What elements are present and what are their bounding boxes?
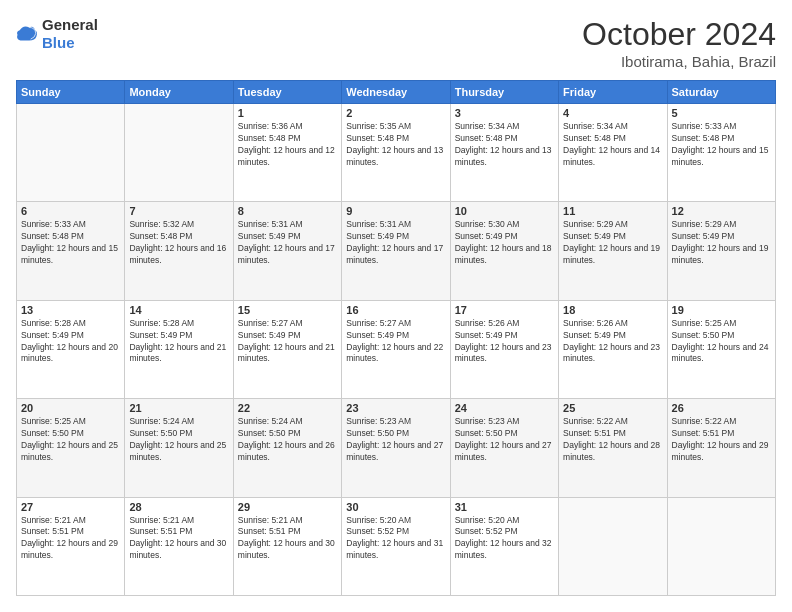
- calendar-header-row: SundayMondayTuesdayWednesdayThursdayFrid…: [17, 81, 776, 104]
- daylight: Daylight: 12 hours and 15 minutes.: [21, 243, 118, 265]
- day-detail: Sunrise: 5:32 AM Sunset: 5:48 PM Dayligh…: [129, 219, 228, 267]
- calendar-cell: 25 Sunrise: 5:22 AM Sunset: 5:51 PM Dayl…: [559, 399, 667, 497]
- sunset: Sunset: 5:50 PM: [672, 330, 735, 340]
- sunset: Sunset: 5:49 PM: [563, 231, 626, 241]
- month-title: October 2024: [582, 16, 776, 53]
- calendar-week-4: 20 Sunrise: 5:25 AM Sunset: 5:50 PM Dayl…: [17, 399, 776, 497]
- sunrise: Sunrise: 5:26 AM: [455, 318, 520, 328]
- day-number: 6: [21, 205, 120, 217]
- day-detail: Sunrise: 5:28 AM Sunset: 5:49 PM Dayligh…: [21, 318, 120, 366]
- sunrise: Sunrise: 5:21 AM: [129, 515, 194, 525]
- day-number: 28: [129, 501, 228, 513]
- col-header-wednesday: Wednesday: [342, 81, 450, 104]
- day-detail: Sunrise: 5:20 AM Sunset: 5:52 PM Dayligh…: [346, 515, 445, 563]
- sunrise: Sunrise: 5:35 AM: [346, 121, 411, 131]
- day-number: 17: [455, 304, 554, 316]
- daylight: Daylight: 12 hours and 24 minutes.: [672, 342, 769, 364]
- day-detail: Sunrise: 5:23 AM Sunset: 5:50 PM Dayligh…: [346, 416, 445, 464]
- calendar-cell: 30 Sunrise: 5:20 AM Sunset: 5:52 PM Dayl…: [342, 497, 450, 595]
- calendar-cell: 24 Sunrise: 5:23 AM Sunset: 5:50 PM Dayl…: [450, 399, 558, 497]
- calendar-cell: 22 Sunrise: 5:24 AM Sunset: 5:50 PM Dayl…: [233, 399, 341, 497]
- calendar-cell: 13 Sunrise: 5:28 AM Sunset: 5:49 PM Dayl…: [17, 300, 125, 398]
- daylight: Daylight: 12 hours and 26 minutes.: [238, 440, 335, 462]
- col-header-sunday: Sunday: [17, 81, 125, 104]
- sunset: Sunset: 5:49 PM: [346, 231, 409, 241]
- day-number: 4: [563, 107, 662, 119]
- col-header-saturday: Saturday: [667, 81, 775, 104]
- sunset: Sunset: 5:51 PM: [238, 526, 301, 536]
- day-detail: Sunrise: 5:35 AM Sunset: 5:48 PM Dayligh…: [346, 121, 445, 169]
- sunset: Sunset: 5:49 PM: [129, 330, 192, 340]
- calendar-cell: 14 Sunrise: 5:28 AM Sunset: 5:49 PM Dayl…: [125, 300, 233, 398]
- sunset: Sunset: 5:48 PM: [455, 133, 518, 143]
- calendar-cell: 16 Sunrise: 5:27 AM Sunset: 5:49 PM Dayl…: [342, 300, 450, 398]
- calendar-cell: 27 Sunrise: 5:21 AM Sunset: 5:51 PM Dayl…: [17, 497, 125, 595]
- calendar-cell: 4 Sunrise: 5:34 AM Sunset: 5:48 PM Dayli…: [559, 104, 667, 202]
- location: Ibotirama, Bahia, Brazil: [582, 53, 776, 70]
- sunrise: Sunrise: 5:24 AM: [238, 416, 303, 426]
- day-number: 10: [455, 205, 554, 217]
- daylight: Daylight: 12 hours and 29 minutes.: [21, 538, 118, 560]
- sunrise: Sunrise: 5:22 AM: [563, 416, 628, 426]
- calendar-cell: 7 Sunrise: 5:32 AM Sunset: 5:48 PM Dayli…: [125, 202, 233, 300]
- day-number: 16: [346, 304, 445, 316]
- sunrise: Sunrise: 5:28 AM: [129, 318, 194, 328]
- sunrise: Sunrise: 5:36 AM: [238, 121, 303, 131]
- sunset: Sunset: 5:49 PM: [238, 330, 301, 340]
- calendar-cell: [125, 104, 233, 202]
- sunset: Sunset: 5:50 PM: [238, 428, 301, 438]
- day-detail: Sunrise: 5:24 AM Sunset: 5:50 PM Dayligh…: [238, 416, 337, 464]
- day-detail: Sunrise: 5:30 AM Sunset: 5:49 PM Dayligh…: [455, 219, 554, 267]
- calendar-cell: [667, 497, 775, 595]
- day-number: 8: [238, 205, 337, 217]
- sunset: Sunset: 5:48 PM: [129, 231, 192, 241]
- calendar-cell: 10 Sunrise: 5:30 AM Sunset: 5:49 PM Dayl…: [450, 202, 558, 300]
- day-number: 30: [346, 501, 445, 513]
- daylight: Daylight: 12 hours and 28 minutes.: [563, 440, 660, 462]
- calendar-cell: 17 Sunrise: 5:26 AM Sunset: 5:49 PM Dayl…: [450, 300, 558, 398]
- calendar-cell: 11 Sunrise: 5:29 AM Sunset: 5:49 PM Dayl…: [559, 202, 667, 300]
- day-number: 20: [21, 402, 120, 414]
- daylight: Daylight: 12 hours and 16 minutes.: [129, 243, 226, 265]
- sunset: Sunset: 5:50 PM: [346, 428, 409, 438]
- day-number: 3: [455, 107, 554, 119]
- sunrise: Sunrise: 5:31 AM: [346, 219, 411, 229]
- logo-blue: Blue: [42, 34, 75, 51]
- calendar-cell: 15 Sunrise: 5:27 AM Sunset: 5:49 PM Dayl…: [233, 300, 341, 398]
- daylight: Daylight: 12 hours and 21 minutes.: [129, 342, 226, 364]
- day-detail: Sunrise: 5:25 AM Sunset: 5:50 PM Dayligh…: [21, 416, 120, 464]
- calendar-week-5: 27 Sunrise: 5:21 AM Sunset: 5:51 PM Dayl…: [17, 497, 776, 595]
- sunset: Sunset: 5:48 PM: [346, 133, 409, 143]
- calendar-cell: 18 Sunrise: 5:26 AM Sunset: 5:49 PM Dayl…: [559, 300, 667, 398]
- col-header-thursday: Thursday: [450, 81, 558, 104]
- daylight: Daylight: 12 hours and 30 minutes.: [238, 538, 335, 560]
- sunrise: Sunrise: 5:21 AM: [238, 515, 303, 525]
- sunrise: Sunrise: 5:25 AM: [21, 416, 86, 426]
- calendar-cell: 8 Sunrise: 5:31 AM Sunset: 5:49 PM Dayli…: [233, 202, 341, 300]
- page: General Blue October 2024 Ibotirama, Bah…: [0, 0, 792, 612]
- sunset: Sunset: 5:50 PM: [455, 428, 518, 438]
- daylight: Daylight: 12 hours and 17 minutes.: [346, 243, 443, 265]
- calendar-cell: 9 Sunrise: 5:31 AM Sunset: 5:49 PM Dayli…: [342, 202, 450, 300]
- sunrise: Sunrise: 5:21 AM: [21, 515, 86, 525]
- calendar-cell: 23 Sunrise: 5:23 AM Sunset: 5:50 PM Dayl…: [342, 399, 450, 497]
- daylight: Daylight: 12 hours and 21 minutes.: [238, 342, 335, 364]
- calendar-cell: 1 Sunrise: 5:36 AM Sunset: 5:48 PM Dayli…: [233, 104, 341, 202]
- sunset: Sunset: 5:51 PM: [21, 526, 84, 536]
- logo-text: General Blue: [42, 16, 98, 52]
- sunrise: Sunrise: 5:31 AM: [238, 219, 303, 229]
- day-number: 21: [129, 402, 228, 414]
- sunrise: Sunrise: 5:29 AM: [672, 219, 737, 229]
- logo-general: General: [42, 16, 98, 33]
- day-detail: Sunrise: 5:21 AM Sunset: 5:51 PM Dayligh…: [129, 515, 228, 563]
- day-detail: Sunrise: 5:27 AM Sunset: 5:49 PM Dayligh…: [238, 318, 337, 366]
- day-number: 13: [21, 304, 120, 316]
- sunset: Sunset: 5:51 PM: [129, 526, 192, 536]
- daylight: Daylight: 12 hours and 18 minutes.: [455, 243, 552, 265]
- day-detail: Sunrise: 5:31 AM Sunset: 5:49 PM Dayligh…: [346, 219, 445, 267]
- calendar-cell: 28 Sunrise: 5:21 AM Sunset: 5:51 PM Dayl…: [125, 497, 233, 595]
- logo: General Blue: [16, 16, 98, 52]
- calendar-cell: [17, 104, 125, 202]
- calendar-week-2: 6 Sunrise: 5:33 AM Sunset: 5:48 PM Dayli…: [17, 202, 776, 300]
- day-detail: Sunrise: 5:34 AM Sunset: 5:48 PM Dayligh…: [455, 121, 554, 169]
